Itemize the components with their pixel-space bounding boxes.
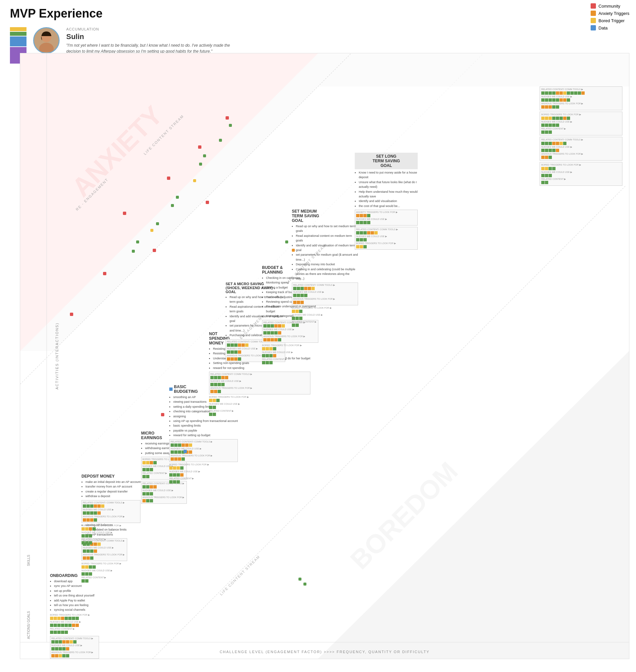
green-dot-1 — [229, 124, 232, 127]
green-dot-5 — [176, 196, 179, 199]
community-dot-4 — [206, 201, 209, 204]
legend-item-data: Data — [591, 25, 629, 30]
bored-label: Bored Trigger — [599, 18, 625, 23]
anxiety-dot — [591, 11, 596, 16]
green-dot-10 — [285, 241, 288, 243]
stack-bar-3 — [10, 37, 26, 46]
green-dot-6 — [171, 204, 174, 207]
axis-left-label: ACTIVITIES (INTERACTIONS) — [55, 323, 59, 389]
community-label: Community — [599, 4, 620, 8]
green-dot-2 — [219, 139, 222, 142]
green-dot-11 — [298, 577, 301, 581]
anxiety-label: Anxiety Triggers — [599, 11, 629, 16]
page-title: MVP Experience — [0, 0, 636, 24]
orange-dot-1 — [292, 249, 295, 252]
community-dot-5 — [123, 212, 126, 215]
green-dot-9 — [132, 250, 135, 253]
set-medium-saving-block: SET MEDIUMTERM SAVINGGOAL Read up on why… — [292, 209, 358, 327]
right-panel: RELATED CONTENT/ COMM TOOLS ▶ NUDGES WE … — [540, 86, 622, 187]
canvas-area: ANXIETY BOREDOM LIFE CONTENT STREAM RE -… — [20, 53, 629, 659]
data-dot — [591, 25, 596, 30]
yellow-dot-1 — [193, 179, 196, 182]
stack-bar-1 — [10, 27, 26, 31]
life-content-stream-2: LIFE CONTENT STREAM — [219, 554, 261, 596]
community-dot — [591, 3, 596, 8]
axis-bottom-label: CHALLENGE LEVEL (ENGAGEMENT FACTOR) >>>>… — [220, 650, 430, 654]
green-dot-4 — [199, 163, 202, 166]
legend-item-community: Community — [591, 3, 629, 8]
svg-point-1 — [39, 43, 54, 52]
green-dot-7 — [156, 222, 159, 225]
community-dot-8 — [70, 313, 73, 316]
green-dot-8 — [136, 241, 139, 243]
yellow-dot-2 — [151, 229, 153, 232]
actions-label: ACTIONS/ GOALS — [27, 611, 31, 639]
profile-quote: "I'm not yet where I want to be financia… — [66, 42, 232, 54]
legend: Community Anxiety Triggers Bored Trigger… — [591, 3, 629, 30]
boredom-watermark: BOREDOM — [344, 456, 464, 575]
re-engagement-label: RE - ENGAGEMENT — [75, 178, 109, 212]
anxiety-watermark: ANXIETY — [66, 100, 168, 203]
avatar — [33, 27, 60, 54]
community-dot-9 — [161, 413, 164, 416]
svg-marker-4 — [318, 351, 629, 659]
data-label: Data — [599, 25, 608, 30]
skills-label: SKILLS — [27, 555, 31, 566]
accumulation-label: ACCUMULATION — [66, 27, 232, 31]
data-dot-1 — [183, 450, 187, 453]
legend-item-anxiety: Anxiety Triggers — [591, 11, 629, 16]
green-dot-12 — [303, 583, 306, 586]
profile-name: Sulin — [66, 33, 232, 41]
onboarding-block: ONBOARDING download app sync you AP acco… — [50, 573, 99, 659]
green-dot-3 — [203, 154, 206, 157]
bored-dot — [591, 18, 596, 23]
life-content-stream-1: LIFE CONTENT STREAM — [143, 114, 184, 156]
community-dot-7 — [103, 272, 106, 275]
community-dot-2 — [198, 145, 201, 149]
community-dot-3 — [167, 177, 170, 180]
stack-bar-2 — [10, 32, 26, 36]
set-long-saving-block: SET LONGTERM SAVINGGOAL Know I need to p… — [355, 153, 418, 250]
legend-item-bored: Bored Trigger — [591, 18, 629, 23]
profile-text: ACCUMULATION Sulin "I'm not yet where I … — [66, 27, 232, 54]
community-dot-1 — [225, 116, 229, 120]
community-dot-6 — [153, 249, 156, 252]
deposit-money-block: DEPOSIT MONEY make an initial deposit in… — [81, 474, 140, 545]
